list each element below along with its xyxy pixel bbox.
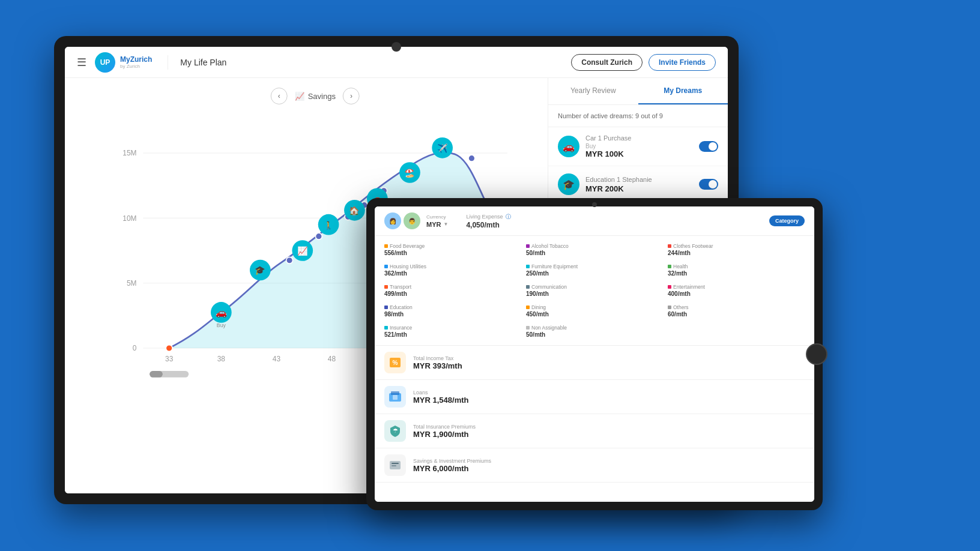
logo-text-block: MyZurich by Zurich [120,55,152,69]
summary-loans: Loans MYR 1,548/mth [375,380,814,414]
logo-sub: by Zurich [120,64,152,69]
svg-text:5M: 5M [127,279,137,288]
expense-val-dining: 450/mth [526,311,663,318]
avatar-male: 👨 [404,212,420,229]
dream-car-sub: Buy [585,143,693,149]
summary-insurance: ☂ Total Insurance Premiums MYR 1,900/mth [375,414,814,448]
expense-val-tobacco: 50/mth [526,250,663,256]
others-dot [668,306,671,309]
expense-cat-insurance: Insurance [384,325,521,331]
dream-car-toggle[interactable] [699,141,718,152]
header-actions: Consult Zurich Invite Friends [571,54,716,71]
education-dot [384,306,388,309]
savings-summary-icon [384,454,406,476]
expense-val-non-assignable: 50/mth [526,331,663,338]
furniture-dot [526,265,530,268]
panel-tabs: Yearly Review My Dreams [548,78,728,105]
laptop-camera [392,42,401,52]
summary-savings: Savings & Investment Premiums MYR 6,000/… [375,448,814,483]
svg-text:🚶: 🚶 [324,220,334,230]
savings-summary-value: MYR 6,000/mth [413,464,491,473]
expense-cat-education: Education [384,304,521,310]
savings-summary-info: Savings & Investment Premiums MYR 6,000/… [413,458,491,473]
tab-yearly-review[interactable]: Yearly Review [548,78,638,104]
svg-point-8 [166,345,172,352]
currency-select[interactable]: MYR ▼ [426,221,448,228]
chart-nav-label: 📈 Savings [295,92,336,101]
dream-car-name: Car 1 Purchase [585,134,693,142]
dream-edu-toggle[interactable] [699,179,718,190]
svg-rect-51 [391,391,399,395]
dream-edu-name: Education 1 Stephanie [585,176,693,183]
invite-button[interactable]: Invite Friends [649,54,716,71]
svg-text:33: 33 [165,355,174,363]
dream-edu-amount: MYR 200K [585,184,693,193]
svg-point-11 [286,257,293,263]
expense-furniture: Furniture Equipment 250/mth [526,261,663,279]
expense-val-comms: 190/mth [526,291,663,297]
dining-dot [526,306,530,309]
page-title: My Life Plan [180,58,226,67]
expense-val-food: 556/mth [384,250,521,256]
tobacco-dot [526,244,530,248]
insurance-summary-label: Total Insurance Premiums [413,424,476,430]
entertainment-dot [668,285,671,289]
savings-icon: 📈 [295,92,304,101]
svg-text:43: 43 [273,355,281,363]
income-tax-label: Total Income Tax [413,355,462,361]
clothes-dot [668,244,671,248]
dream-car-info: Car 1 Purchase Buy MYR 100K [585,134,693,158]
expense-val-entertainment: 400/mth [668,291,805,297]
avatar-pair: 👩 👨 [384,212,420,229]
expense-grid: Food Beverage 556/mth Alcohol Tobacco 50… [375,236,814,346]
svg-text:☂: ☂ [393,427,398,434]
svg-text:48: 48 [328,355,336,363]
svg-text:%: % [393,360,398,366]
dream-edu-info: Education 1 Stephanie MYR 200K [585,176,693,193]
tablet-screen: 👩 👨 Currency MYR ▼ Living Expense ⓘ 4,05 [375,206,814,502]
expense-housing: Housing Utilities 362/mth [384,261,521,279]
svg-text:🏖️: 🏖️ [404,167,415,178]
expense-health: Health 32/mth [668,261,805,279]
expense-cat-tobacco: Alcohol Tobacco [526,243,663,249]
info-icon: ⓘ [506,214,511,220]
currency-value: MYR [426,221,441,228]
expense-comms: Communication 190/mth [526,282,663,300]
dreams-count: Number of active dreams: 9 out of 9 [548,105,728,127]
svg-point-18 [468,155,475,161]
expense-food: Food Beverage 556/mth [384,241,521,259]
dream-item-car: 🚗 Car 1 Purchase Buy MYR 100K [548,127,728,166]
tablet-camera [592,202,597,207]
expense-education: Education 98/mth [384,302,521,320]
tablet-content: 👩 👨 Currency MYR ▼ Living Expense ⓘ 4,05 [375,206,814,502]
expense-val-furniture: 250/mth [526,270,663,277]
expense-clothes: Clothes Footwear 244/mth [668,241,805,259]
expense-cat-housing: Housing Utilities [384,263,521,269]
summary-income-tax: % Total Income Tax MYR 393/mth [375,346,814,380]
expense-val-insurance: 521/mth [384,331,521,338]
svg-text:10M: 10M [122,214,136,223]
expense-val-others: 60/mth [668,311,805,318]
insurance-summary-icon: ☂ [384,420,406,442]
tab-my-dreams[interactable]: My Dreams [638,78,728,104]
tablet-top: 👩 👨 Currency MYR ▼ Living Expense ⓘ 4,05 [375,206,814,236]
menu-icon[interactable]: ☰ [77,56,86,69]
expense-cat-food: Food Beverage [384,243,521,249]
category-button[interactable]: Category [769,215,805,226]
logo-circle: UP [95,52,115,73]
dream-car-amount: MYR 100K [585,149,693,158]
logo-brand: MyZurich [120,55,152,64]
loans-value: MYR 1,548/mth [413,396,468,405]
currency-label: Currency [426,214,448,220]
expense-entertainment: Entertainment 400/mth [668,282,805,300]
chart-next-btn[interactable]: › [343,88,360,104]
svg-text:38: 38 [217,355,226,363]
svg-rect-47 [150,371,163,378]
consult-button[interactable]: Consult Zurich [571,54,643,71]
avatar-female: 👩 [384,212,401,229]
tablet-home-btn[interactable] [806,343,827,365]
tablet-device: 👩 👨 Currency MYR ▼ Living Expense ⓘ 4,05 [366,198,823,510]
chart-prev-btn[interactable]: ‹ [271,88,288,104]
loans-label: Loans [413,390,468,396]
expense-cat-comms: Communication [526,284,663,290]
